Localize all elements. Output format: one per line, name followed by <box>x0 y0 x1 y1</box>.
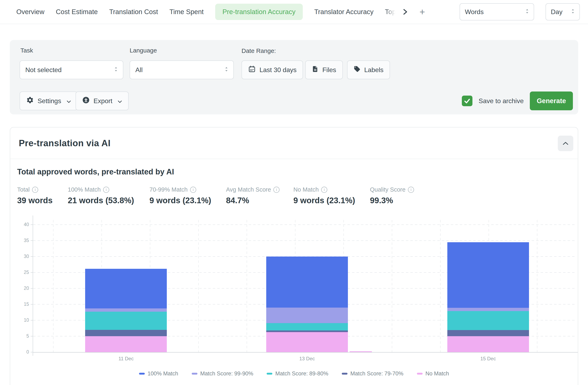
download-circle-icon <box>82 96 90 106</box>
settings-button[interactable]: Settings <box>20 91 78 110</box>
bar-segment[interactable] <box>85 308 167 312</box>
stat-no-match: No Matchi 9 words (23.1%) <box>294 186 355 205</box>
info-icon[interactable]: i <box>321 187 327 193</box>
files-button[interactable]: Files <box>305 61 343 79</box>
bar-segment[interactable] <box>266 257 348 307</box>
date-range-label: Date Range: <box>242 47 276 54</box>
tab-translation-cost[interactable]: Translation Cost <box>109 8 158 16</box>
tag-icon <box>354 65 360 74</box>
plot-area: 051015202530354011 Dec13 Dec15 Dec <box>33 220 576 352</box>
y-axis-tick <box>31 336 33 336</box>
bar-segment[interactable] <box>85 269 167 309</box>
date-range-button[interactable]: Last 30 days <box>242 61 303 79</box>
y-axis-tick-label: 0 <box>19 349 29 355</box>
y-axis-tick-label: 40 <box>19 222 29 227</box>
unit-select[interactable]: Words <box>460 3 534 21</box>
add-tab-plus-icon[interactable]: + <box>420 7 425 17</box>
info-icon[interactable]: i <box>273 187 279 193</box>
y-axis-tick <box>31 288 33 289</box>
info-icon[interactable]: i <box>103 187 109 193</box>
period-select-value: Day <box>551 8 563 16</box>
stat-label: Total <box>17 186 30 193</box>
stat-label: 70-99% Match <box>149 186 188 193</box>
tab-top-clipped[interactable]: Top <box>385 8 396 16</box>
updown-arrows-icon <box>525 8 529 16</box>
tab-pre-translation-accuracy[interactable]: Pre-translation Accuracy <box>215 4 303 20</box>
y-axis-tick-label: 20 <box>19 285 29 291</box>
labels-button[interactable]: Labels <box>347 61 390 79</box>
bar-segment[interactable] <box>447 308 529 311</box>
updown-arrows-icon <box>114 66 118 74</box>
files-button-label: Files <box>322 66 336 74</box>
save-to-archive-checkbox[interactable] <box>462 96 472 106</box>
tab-overview[interactable]: Overview <box>16 8 44 16</box>
report-tab-bar: Overview Cost Estimate Translation Cost … <box>0 0 588 24</box>
y-gridline <box>33 240 576 241</box>
legend-swatch <box>417 373 423 375</box>
legend-label: No Match <box>425 370 449 377</box>
collapse-card-button[interactable] <box>558 136 573 151</box>
bar-segment[interactable] <box>447 242 529 308</box>
tab-translator-accuracy[interactable]: Translator Accuracy <box>314 8 373 16</box>
stat-quality-score: Quality Scorei 99.3% <box>370 186 414 205</box>
legend-item[interactable]: Match Score: 89-80% <box>267 370 328 377</box>
filters-panel: Task Language Date Range: Not selected A… <box>10 40 578 114</box>
language-label: Language <box>130 47 157 54</box>
settings-button-label: Settings <box>38 97 61 105</box>
y-axis-tick-label: 10 <box>19 317 29 323</box>
x-axis-label: 13 Dec <box>287 356 328 362</box>
stat-total: Totali 39 words <box>17 186 52 205</box>
task-label: Task <box>21 47 33 54</box>
bar-segment[interactable] <box>266 330 348 332</box>
bar-segment[interactable] <box>85 336 167 352</box>
chart-subtitle: Total approved words, pre-translated by … <box>17 168 174 176</box>
bar-segment[interactable] <box>266 308 348 323</box>
language-select-value: All <box>135 66 143 74</box>
chart-legend: 100% MatchMatch Score: 99-90%Match Score… <box>10 370 578 377</box>
card-divider <box>10 159 578 159</box>
bar-segment[interactable] <box>447 311 529 330</box>
save-to-archive-label: Save to archive <box>479 97 524 105</box>
legend-label: Match Score: 89-80% <box>275 370 328 377</box>
info-icon[interactable]: i <box>190 187 196 193</box>
x-axis-line <box>33 352 578 353</box>
info-icon[interactable]: i <box>32 187 38 193</box>
x-gridline <box>392 220 392 352</box>
gear-icon <box>26 96 34 106</box>
chevron-right-icon[interactable] <box>402 8 408 15</box>
y-axis-line <box>33 215 33 356</box>
bar-segment[interactable] <box>447 336 529 352</box>
tab-time-spent[interactable]: Time Spent <box>169 8 204 16</box>
legend-item[interactable]: No Match <box>417 370 449 377</box>
stat-100-match: 100% Matchi 21 words (53.8%) <box>68 186 134 205</box>
updown-arrows-icon <box>571 8 574 16</box>
info-icon[interactable]: i <box>408 187 414 193</box>
x-gridline <box>53 220 54 352</box>
legend-item[interactable]: Match Score: 99-90% <box>192 370 253 377</box>
tab-cost-estimate[interactable]: Cost Estimate <box>56 8 98 16</box>
period-select[interactable]: Day <box>546 3 580 21</box>
legend-label: 100% Match <box>147 370 178 377</box>
bar-segment[interactable] <box>266 332 348 352</box>
legend-item[interactable]: 100% Match <box>139 370 178 377</box>
bar-segment[interactable] <box>85 330 167 336</box>
bar-segment[interactable] <box>85 312 167 330</box>
calendar-icon <box>248 65 256 75</box>
y-axis-tick <box>31 240 33 241</box>
x-axis-label: 15 Dec <box>468 356 509 362</box>
legend-swatch <box>139 373 145 375</box>
stat-value: 39 words <box>17 196 52 205</box>
bar-segment[interactable] <box>266 323 348 330</box>
x-gridline <box>440 220 441 352</box>
language-select[interactable]: All <box>130 61 234 79</box>
x-axis-label: 11 Dec <box>105 356 147 362</box>
stat-value: 9 words (23.1%) <box>294 196 355 205</box>
pre-translation-card: Pre-translation via AI Total approved wo… <box>10 127 578 385</box>
generate-button[interactable]: Generate <box>530 91 573 110</box>
bar-segment[interactable] <box>447 330 529 336</box>
export-button[interactable]: Export <box>76 91 129 110</box>
legend-item[interactable]: Match Score: 79-70% <box>342 370 403 377</box>
task-select[interactable]: Not selected <box>20 61 123 79</box>
labels-button-label: Labels <box>364 66 383 74</box>
stat-value: 21 words (53.8%) <box>68 196 134 205</box>
